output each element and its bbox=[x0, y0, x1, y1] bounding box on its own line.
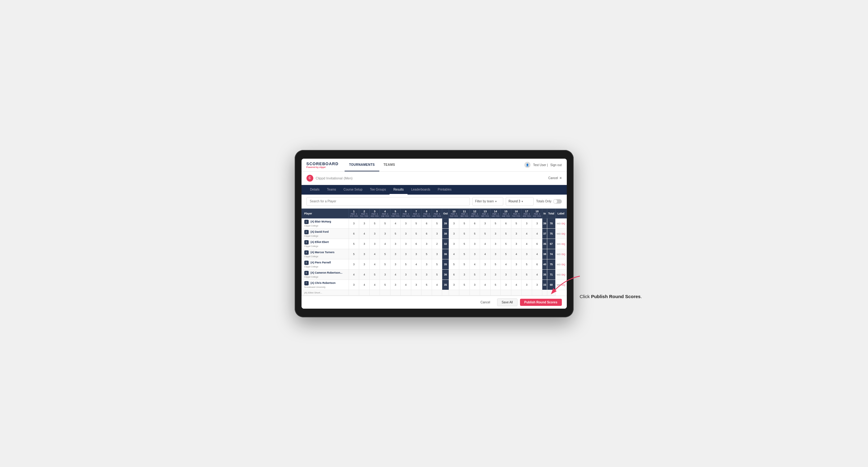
score-hole-10[interactable]: 3 bbox=[449, 228, 459, 239]
score-hole-9[interactable]: 5 bbox=[432, 259, 442, 269]
score-hole-2[interactable]: 3 bbox=[359, 259, 370, 269]
score-hole-18[interactable]: 4 bbox=[532, 249, 542, 259]
score-hole-13[interactable]: 4 bbox=[480, 249, 491, 259]
score-hole-15[interactable]: 4 bbox=[501, 259, 511, 269]
dq-label[interactable]: DQ bbox=[561, 222, 565, 225]
score-hole-7[interactable]: 5 bbox=[411, 218, 422, 228]
score-hole-18[interactable]: 3 bbox=[532, 218, 542, 228]
score-hole-5[interactable]: 4 bbox=[390, 269, 401, 280]
score-hole-11[interactable]: 5 bbox=[459, 239, 470, 249]
score-hole-7[interactable]: 3 bbox=[411, 280, 422, 290]
score-hole-16[interactable]: 3 bbox=[511, 228, 522, 239]
sub-nav-teams[interactable]: Teams bbox=[323, 185, 340, 195]
score-hole-16[interactable]: 4 bbox=[511, 249, 522, 259]
score-hole-8[interactable]: 6 bbox=[422, 218, 432, 228]
score-hole-5[interactable]: 5 bbox=[390, 228, 401, 239]
score-hole-1[interactable]: 5 bbox=[349, 239, 359, 249]
score-hole-15[interactable]: 5 bbox=[501, 239, 511, 249]
score-hole-13[interactable]: 3 bbox=[480, 218, 491, 228]
score-hole-15[interactable]: 5 bbox=[501, 249, 511, 259]
sub-nav-details[interactable]: Details bbox=[307, 185, 323, 195]
score-hole-3[interactable]: 3 bbox=[369, 239, 380, 249]
score-hole-7[interactable]: 6 bbox=[411, 239, 422, 249]
sub-nav-printables[interactable]: Printables bbox=[434, 185, 455, 195]
score-hole-12[interactable]: 5 bbox=[469, 269, 480, 280]
sub-nav-leaderboards[interactable]: Leaderboards bbox=[407, 185, 434, 195]
score-hole-10[interactable]: 4 bbox=[449, 249, 459, 259]
score-hole-12[interactable]: 3 bbox=[469, 249, 480, 259]
cancel-button[interactable]: Cancel bbox=[476, 299, 495, 306]
sub-nav-tee-groups[interactable]: Tee Groups bbox=[366, 185, 390, 195]
score-hole-5[interactable]: 3 bbox=[390, 249, 401, 259]
wd-label[interactable]: WD bbox=[557, 263, 561, 266]
score-hole-13[interactable]: 4 bbox=[480, 280, 491, 290]
score-hole-17[interactable]: 5 bbox=[522, 259, 532, 269]
score-hole-12[interactable]: 3 bbox=[469, 280, 480, 290]
score-hole-2[interactable]: 3 bbox=[359, 249, 370, 259]
score-hole-9[interactable]: 5 bbox=[432, 218, 442, 228]
score-hole-13[interactable]: 3 bbox=[480, 259, 491, 269]
score-hole-6[interactable]: 4 bbox=[401, 280, 411, 290]
score-hole-6[interactable]: 3 bbox=[401, 239, 411, 249]
score-hole-13[interactable]: 5 bbox=[480, 228, 491, 239]
score-hole-18[interactable]: 6 bbox=[532, 239, 542, 249]
score-hole-10[interactable]: 3 bbox=[449, 218, 459, 228]
score-hole-3[interactable]: 4 bbox=[369, 259, 380, 269]
score-hole-11[interactable]: 5 bbox=[459, 259, 470, 269]
score-hole-8[interactable]: 3 bbox=[422, 259, 432, 269]
score-hole-9[interactable]: 3 bbox=[432, 249, 442, 259]
score-hole-12[interactable]: 6 bbox=[469, 218, 480, 228]
score-hole-15[interactable]: 6 bbox=[501, 218, 511, 228]
score-hole-1[interactable]: 3 bbox=[349, 259, 359, 269]
score-hole-7[interactable]: 5 bbox=[411, 228, 422, 239]
score-hole-8[interactable]: 3 bbox=[422, 239, 432, 249]
score-hole-1[interactable]: 6 bbox=[349, 228, 359, 239]
score-hole-14[interactable]: 5 bbox=[490, 259, 501, 269]
sign-out-link[interactable]: Sign out bbox=[550, 163, 562, 167]
score-hole-10[interactable]: 5 bbox=[449, 259, 459, 269]
cancel-tournament-button[interactable]: Cancel ✕ bbox=[548, 176, 561, 180]
score-hole-16[interactable]: 3 bbox=[511, 259, 522, 269]
score-hole-10[interactable]: 3 bbox=[449, 239, 459, 249]
score-hole-4[interactable]: 3 bbox=[380, 228, 391, 239]
score-hole-8[interactable]: 5 bbox=[422, 249, 432, 259]
score-hole-3[interactable]: 4 bbox=[369, 280, 380, 290]
sub-nav-course-setup[interactable]: Course Setup bbox=[340, 185, 366, 195]
score-hole-11[interactable]: 5 bbox=[459, 249, 470, 259]
score-hole-12[interactable]: 4 bbox=[469, 259, 480, 269]
score-hole-6[interactable]: 3 bbox=[401, 249, 411, 259]
score-hole-6[interactable]: 3 bbox=[401, 228, 411, 239]
score-hole-1[interactable]: 3 bbox=[349, 280, 359, 290]
score-hole-5[interactable]: 3 bbox=[390, 280, 401, 290]
score-hole-17[interactable]: 4 bbox=[522, 239, 532, 249]
score-hole-14[interactable]: 3 bbox=[490, 239, 501, 249]
score-hole-14[interactable]: 3 bbox=[490, 269, 501, 280]
score-hole-16[interactable]: 5 bbox=[511, 218, 522, 228]
score-hole-12[interactable]: 5 bbox=[469, 228, 480, 239]
score-hole-14[interactable]: 5 bbox=[490, 218, 501, 228]
wd-label[interactable]: WD bbox=[557, 222, 561, 225]
score-hole-9[interactable]: 5 bbox=[432, 269, 442, 280]
score-hole-3[interactable]: 3 bbox=[369, 228, 380, 239]
dq-label[interactable]: DQ bbox=[561, 263, 565, 266]
score-hole-10[interactable]: 6 bbox=[449, 269, 459, 280]
score-hole-3[interactable]: 5 bbox=[369, 218, 380, 228]
score-hole-5[interactable]: 3 bbox=[390, 239, 401, 249]
score-hole-9[interactable]: 2 bbox=[432, 239, 442, 249]
score-hole-1[interactable]: 5 bbox=[349, 249, 359, 259]
score-hole-17[interactable]: 4 bbox=[522, 228, 532, 239]
sub-nav-results[interactable]: Results bbox=[390, 185, 407, 195]
score-hole-8[interactable]: 6 bbox=[422, 228, 432, 239]
wd-label[interactable]: WD bbox=[557, 232, 561, 235]
score-hole-17[interactable]: 3 bbox=[522, 218, 532, 228]
score-hole-15[interactable]: 5 bbox=[501, 228, 511, 239]
score-hole-11[interactable]: 3 bbox=[459, 269, 470, 280]
score-hole-5[interactable]: 4 bbox=[390, 218, 401, 228]
score-hole-2[interactable]: 3 bbox=[359, 218, 370, 228]
nav-tournaments[interactable]: TOURNAMENTS bbox=[345, 159, 379, 172]
score-hole-4[interactable]: 5 bbox=[380, 218, 391, 228]
score-hole-1[interactable]: 3 bbox=[349, 218, 359, 228]
wd-label[interactable]: WD bbox=[557, 243, 561, 245]
dq-label[interactable]: DQ bbox=[561, 232, 565, 235]
score-hole-6[interactable]: 3 bbox=[401, 218, 411, 228]
